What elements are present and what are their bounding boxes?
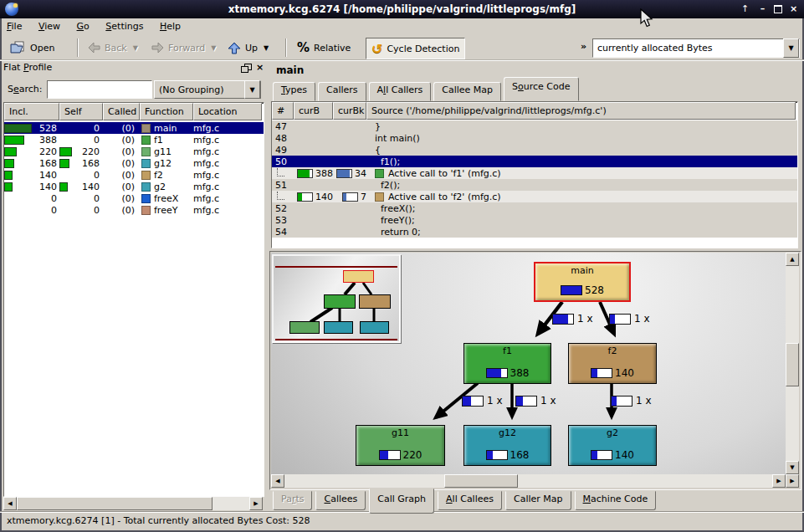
function-color-swatch [141, 171, 151, 180]
search-input[interactable] [47, 80, 152, 99]
table-row-g11[interactable]: 220 220 (0) g11 mfg.c [4, 146, 264, 157]
dock-close-icon[interactable]: × [256, 62, 264, 73]
column-header-source[interactable]: Source ('/home/philippe/valgrind/littlep… [366, 102, 796, 120]
dock-title: Flat Profile [3, 62, 52, 73]
column-header-curbk[interactable]: curBk [333, 102, 366, 120]
source-call-line-f1[interactable]: 388 34 Active call to 'f1' (mfg.c) [272, 167, 797, 179]
maximize-button[interactable] [771, 3, 785, 16]
scroll-right-arrow[interactable]: ▶ [249, 497, 263, 510]
column-header-function[interactable]: Function [140, 103, 193, 120]
column-header-line[interactable]: # [272, 102, 294, 120]
scroll-thumb[interactable] [444, 474, 518, 488]
graph-minimap[interactable] [272, 254, 401, 343]
cycle-detection-button[interactable]: ↺ Cycle Detection [366, 38, 465, 59]
table-row-freeX[interactable]: 0 0 (0) freeX mfg.c [4, 192, 264, 204]
edge-label-main-f2[interactable]: 1 x [609, 313, 650, 325]
tab-callers[interactable]: Callers [318, 82, 366, 101]
up-arrow-icon [228, 42, 241, 54]
scroll-corner-arrow[interactable]: ▶ [786, 474, 799, 488]
graph-node-f2[interactable]: f2 140 [568, 343, 657, 384]
scroll-left-arrow[interactable]: ◀ [271, 474, 284, 488]
tab-caller-map[interactable]: Caller Map [505, 491, 571, 510]
source-line[interactable]: 52 freeX(); [272, 202, 797, 214]
edge-label-main-f1[interactable]: 1 x [552, 313, 593, 325]
graph-node-g12[interactable]: g12 168 [463, 425, 551, 466]
flat-profile-hscrollbar[interactable]: ◀ ▶ [3, 497, 263, 510]
title-bar[interactable]: xtmemory.kcg.6274 [/home/philippe/valgri… [0, 0, 804, 18]
tab-source-code[interactable]: Source Code [504, 77, 578, 101]
forward-button[interactable]: Forward▼ [146, 38, 221, 58]
table-row-f1[interactable]: 388 0 (0) f1 mfg.c [4, 134, 264, 146]
source-line[interactable]: 53 freeY(); [272, 214, 797, 226]
graph-node-main[interactable]: main 528 [534, 262, 631, 302]
table-row-g12[interactable]: 168 168 (0) g12 mfg.c [4, 157, 264, 169]
graph-node-f1[interactable]: f1 388 [463, 343, 551, 384]
column-header-location[interactable]: Location [193, 103, 262, 120]
table-row-main[interactable]: 528 0 (0) main mfg.c [4, 122, 264, 134]
source-line[interactable]: 54 return 0; [272, 226, 797, 238]
graph-vscrollbar[interactable]: ▲ ▼ [786, 253, 799, 474]
shade-button[interactable]: ↑ [738, 3, 752, 16]
grouping-dropdown-arrow[interactable]: ▼ [244, 80, 260, 99]
grouping-select[interactable]: (No Grouping) ▼ [154, 80, 261, 99]
toolbar-overflow-chevron[interactable]: » [581, 41, 586, 52]
event-type-dropdown-arrow[interactable]: ▼ [783, 38, 799, 58]
graph-node-g2[interactable]: g2 140 [568, 425, 657, 466]
source-line[interactable]: 51 f2(); [272, 179, 797, 191]
kcachegrind-window: xtmemory.kcg.6274 [/home/philippe/valgri… [0, 0, 804, 532]
forward-dropdown-arrow[interactable]: ▼ [211, 44, 216, 52]
app-icon[interactable] [5, 3, 18, 16]
minimize-button[interactable]: – [755, 3, 770, 16]
tab-all-callees[interactable]: All Callees [438, 491, 502, 510]
back-button[interactable]: Back▼ [83, 38, 143, 58]
back-dropdown-arrow[interactable]: ▼ [133, 44, 138, 52]
source-line-selected[interactable]: 50 f1(); [272, 156, 797, 167]
source-line[interactable]: 49 { [272, 144, 797, 156]
table-row-g2[interactable]: 140 140 (0) g2 mfg.c [4, 181, 264, 192]
scroll-up-arrow[interactable]: ▲ [786, 253, 799, 266]
column-header-self[interactable]: Self [59, 103, 103, 120]
edge-label-f2-g2[interactable]: 1 x [611, 395, 652, 407]
column-header-incl[interactable]: Incl. [4, 103, 59, 120]
up-button[interactable]: Up▼ [223, 38, 274, 58]
menu-view[interactable]: View [32, 18, 67, 35]
event-type-select[interactable]: currently allocated Bytes ▼ [592, 38, 800, 58]
call-graph-canvas[interactable]: main 528 f1 388 f2 140 g11 220 g12 168 g… [271, 253, 786, 474]
tab-all-callers[interactable]: All Callers [369, 82, 432, 101]
relative-toggle-button[interactable]: % Relative [292, 38, 356, 58]
open-button[interactable]: Open [5, 38, 59, 58]
table-row-f2[interactable]: 140 0 (0) f2 mfg.c [4, 169, 264, 181]
graph-hscrollbar[interactable]: ◀ ▶ [271, 474, 786, 488]
menu-settings[interactable]: Settings [99, 18, 150, 35]
menu-file[interactable]: File [0, 18, 28, 35]
graph-node-g11[interactable]: g11 220 [356, 425, 445, 466]
self-bar [59, 182, 68, 192]
menu-go[interactable]: Go [70, 18, 96, 35]
source-line[interactable]: 47 } [272, 120, 797, 132]
up-dropdown-arrow[interactable]: ▼ [264, 44, 269, 52]
flat-profile-dock-header[interactable]: Flat Profile × [3, 62, 263, 77]
source-line[interactable]: 48 int main() [272, 132, 797, 144]
scroll-thumb[interactable] [17, 497, 213, 510]
menu-help[interactable]: Help [153, 18, 187, 35]
tab-call-graph[interactable]: Call Graph [369, 489, 434, 514]
tab-callees[interactable]: Callees [315, 491, 366, 510]
scroll-right-arrow[interactable]: ▶ [772, 474, 786, 488]
tab-machine-code[interactable]: Machine Code [575, 491, 657, 510]
tab-types[interactable]: Types [273, 82, 315, 101]
scroll-left-arrow[interactable]: ◀ [3, 497, 17, 510]
edge-label-f1-g11[interactable]: 1 x [462, 395, 503, 407]
scroll-thumb[interactable] [786, 343, 799, 386]
column-header-curb[interactable]: curB [294, 102, 333, 120]
source-call-line-f2[interactable]: 140 7 Active call to 'f2' (mfg.c) [272, 191, 797, 202]
table-row-freeY[interactable]: 0 0 (0) freeY mfg.c [4, 204, 264, 216]
scroll-down-arrow[interactable]: ▼ [786, 461, 799, 474]
dock-float-icon[interactable] [241, 64, 252, 74]
tab-callee-map[interactable]: Callee Map [433, 82, 501, 101]
edge-label-f1-g12[interactable]: 1 x [515, 395, 556, 407]
edge-cost-bar [462, 396, 484, 407]
close-button[interactable]: × [786, 3, 801, 16]
menu-bar: File View Go Settings Help [0, 18, 804, 35]
column-header-called[interactable]: Called [103, 103, 140, 120]
back-arrow-icon [88, 42, 100, 54]
